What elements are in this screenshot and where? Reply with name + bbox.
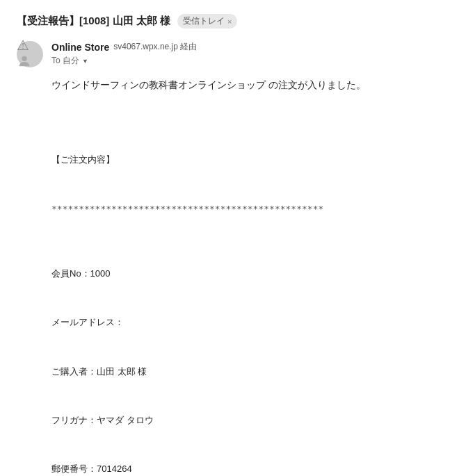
badge-label: 受信トレイ bbox=[183, 15, 225, 27]
to-dropdown-button[interactable]: ▼ bbox=[82, 58, 88, 65]
badge-close-button[interactable]: × bbox=[227, 17, 232, 26]
order-title: 【ご注文内容】 bbox=[51, 152, 442, 168]
sender-info: Online Store sv4067.wpx.ne.jp 経由 To 自分 ▼ bbox=[51, 41, 197, 67]
chevron-down-icon: ▼ bbox=[82, 58, 88, 65]
field-postal: 郵便番号：7014264 bbox=[51, 461, 442, 476]
to-label: To 自分 bbox=[51, 55, 79, 67]
sender-row: ⚠ Online Store sv4067.wpx.ne.jp 経由 To 自分… bbox=[17, 41, 442, 67]
field-buyer: ご購入者：山田 太郎 様 bbox=[51, 363, 442, 379]
to-row: To 自分 ▼ bbox=[51, 55, 197, 67]
intro-text: ウインドサーフィンの教科書オンラインショップ の注文が入りました。 bbox=[51, 77, 442, 92]
field-email: メールアドレス： bbox=[51, 314, 442, 330]
sender-via: sv4067.wpx.ne.jp 経由 bbox=[113, 41, 197, 53]
email-body: ウインドサーフィンの教科書オンラインショップ の注文が入りました。 【ご注文内容… bbox=[51, 77, 442, 476]
dots-divider: ****************************************… bbox=[51, 201, 442, 217]
order-section: 【ご注文内容】 ********************************… bbox=[51, 120, 442, 476]
sender-name: Online Store bbox=[51, 42, 109, 53]
email-subject-bar: 【受注報告】[1008] 山田 太郎 様 受信トレイ × bbox=[17, 14, 442, 28]
svg-point-0 bbox=[22, 56, 26, 60]
email-subject: 【受注報告】[1008] 山田 太郎 様 bbox=[17, 15, 170, 28]
field-member: 会員No：1000 bbox=[51, 265, 442, 281]
avatar: ⚠ bbox=[17, 41, 43, 67]
person-icon: ⚠ bbox=[17, 37, 43, 72]
inbox-badge: 受信トレイ × bbox=[177, 14, 237, 28]
field-furigana: フリガナ：ヤマダ タロウ bbox=[51, 412, 442, 428]
